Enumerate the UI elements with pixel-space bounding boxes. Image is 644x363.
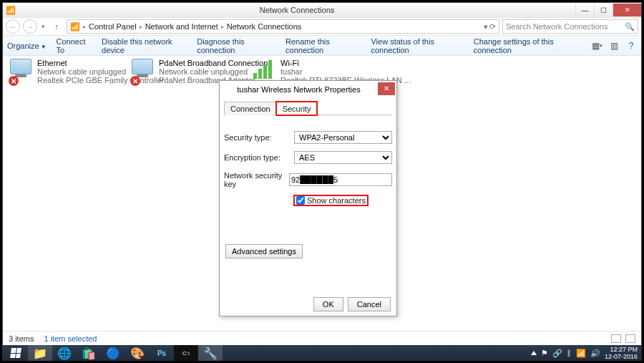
ok-button[interactable]: OK [313, 297, 343, 311]
tray-overflow-button[interactable] [531, 351, 537, 355]
taskbar-app-store[interactable]: 🛍️ [77, 345, 101, 361]
dialog-close-button[interactable]: ✕ [378, 82, 395, 95]
connection-status: tushar [280, 67, 411, 76]
tray-clock[interactable]: 12:27 PM 12-07-2016 [605, 346, 638, 360]
tab-connection[interactable]: Connection [224, 102, 277, 115]
search-icon: 🔍 [625, 22, 635, 32]
view-large-button[interactable] [625, 334, 635, 343]
search-placeholder: Search Network Connections [506, 22, 608, 31]
taskbar-app-ie[interactable]: 🌐 [52, 345, 77, 361]
breadcrumb-segment[interactable]: Network and Internet [145, 22, 218, 31]
unplugged-icon: ✕ [9, 76, 19, 86]
encryption-type-select[interactable]: AES [294, 151, 392, 164]
dialog-tabs: Connection Security [224, 101, 392, 115]
help-button[interactable]: ? [625, 40, 637, 52]
tray-link-icon[interactable]: 🔗 [552, 349, 562, 358]
taskbar-app-chrome[interactable]: 🔵 [101, 345, 125, 361]
close-button[interactable]: ✕ [613, 4, 641, 16]
search-input[interactable]: Search Network Connections 🔍 [502, 19, 638, 34]
connection-name: Wi-Fi [280, 59, 411, 67]
preview-pane-button[interactable]: ▥ [608, 40, 620, 52]
status-bar: 3 items 1 item selected [3, 331, 641, 345]
address-bar[interactable]: 📶 ▸ Control Panel ▸ Network and Internet… [67, 19, 499, 34]
minimize-button[interactable]: — [575, 4, 594, 16]
refresh-icon[interactable]: ⟳ [489, 22, 496, 32]
taskbar-app-paint[interactable]: 🎨 [125, 345, 150, 361]
cmd-disable[interactable]: Disable this network device [102, 37, 187, 54]
network-key-input[interactable] [289, 173, 392, 186]
view-details-button[interactable] [611, 334, 621, 343]
window-title: Network Connections [19, 6, 575, 14]
cmd-change-settings[interactable]: Change settings of this connection [474, 37, 581, 54]
cancel-button[interactable]: Cancel [348, 297, 391, 311]
navbar: ← → ▾ ↑ 📶 ▸ Control Panel ▸ Network and … [3, 17, 641, 36]
security-type-label: Security type: [224, 133, 294, 142]
tray-time: 12:27 PM [605, 346, 638, 353]
forward-button[interactable]: → [23, 19, 37, 34]
wifi-icon [253, 59, 275, 79]
tray-flag-icon[interactable]: ⚑ [541, 349, 548, 358]
nic-icon [132, 59, 153, 74]
taskbar-app-ps[interactable]: Ps [150, 345, 174, 361]
advanced-settings-button[interactable]: Advanced settings [225, 244, 303, 258]
status-selected: 1 item selected [44, 334, 97, 343]
status-items-count: 3 items [9, 334, 34, 343]
cmd-connect-to[interactable]: Connect To [57, 37, 92, 54]
tab-security[interactable]: Security [276, 102, 318, 115]
cmd-view-status[interactable]: View status of this connection [371, 37, 463, 54]
history-dropdown[interactable]: ▾ [40, 23, 47, 30]
breadcrumb-segment[interactable]: Network Connections [227, 22, 302, 31]
show-characters-label: Show characters [307, 196, 366, 205]
system-tray: ⚑ 🔗 ᛒ 📶 🔊 12:27 PM 12-07-2016 [531, 346, 640, 360]
wifi-properties-dialog: tushar Wireless Network Properties ✕ Con… [219, 80, 397, 316]
connection-name: PdaNet Broadband Connection [159, 59, 268, 67]
titlebar: 📶 Network Connections — ☐ ✕ [3, 3, 641, 17]
back-button[interactable]: ← [6, 19, 20, 34]
network-key-label: Network security key [224, 171, 289, 188]
taskbar: 📁 🌐 🛍️ 🔵 🎨 Ps C:\ 🔧 ⚑ 🔗 ᛒ 📶 🔊 12:27 PM 1… [2, 345, 642, 361]
tray-wifi-icon[interactable]: 📶 [576, 349, 586, 358]
dialog-title: tushar Wireless Network Properties [220, 85, 378, 94]
tray-volume-icon[interactable]: 🔊 [590, 349, 600, 358]
taskbar-app-explorer[interactable]: 📁 [28, 345, 52, 361]
cmd-rename[interactable]: Rename this connection [286, 37, 361, 54]
tray-bt-icon[interactable]: ᛒ [567, 349, 572, 357]
command-bar: Organize▼ Connect To Disable this networ… [3, 36, 641, 56]
unplugged-icon: ✕ [130, 76, 140, 86]
window-icon: 📶 [3, 6, 19, 15]
up-button[interactable]: ↑ [49, 19, 64, 34]
organize-menu[interactable]: Organize▼ [7, 42, 47, 50]
show-characters-checkbox[interactable] [296, 196, 305, 205]
encryption-type-label: Encryption type: [224, 153, 294, 162]
security-type-select[interactable]: WPA2-Personal [294, 131, 392, 144]
nic-icon [10, 59, 31, 74]
show-characters-wrap: Show characters [294, 195, 368, 205]
connection-status: Network cable unplugged [159, 67, 268, 76]
taskbar-app-settings[interactable]: 🔧 [198, 345, 223, 361]
taskbar-app-cmd[interactable]: C:\ [174, 345, 198, 361]
cmd-diagnose[interactable]: Diagnose this connection [197, 37, 275, 54]
maximize-button[interactable]: ☐ [594, 4, 613, 16]
view-icons-button[interactable]: ▦▾ [591, 40, 602, 52]
tray-date: 12-07-2016 [605, 353, 638, 360]
breadcrumb-segment[interactable]: Control Panel [89, 22, 137, 31]
address-icon: 📶 [70, 22, 80, 32]
start-button[interactable] [4, 348, 28, 358]
